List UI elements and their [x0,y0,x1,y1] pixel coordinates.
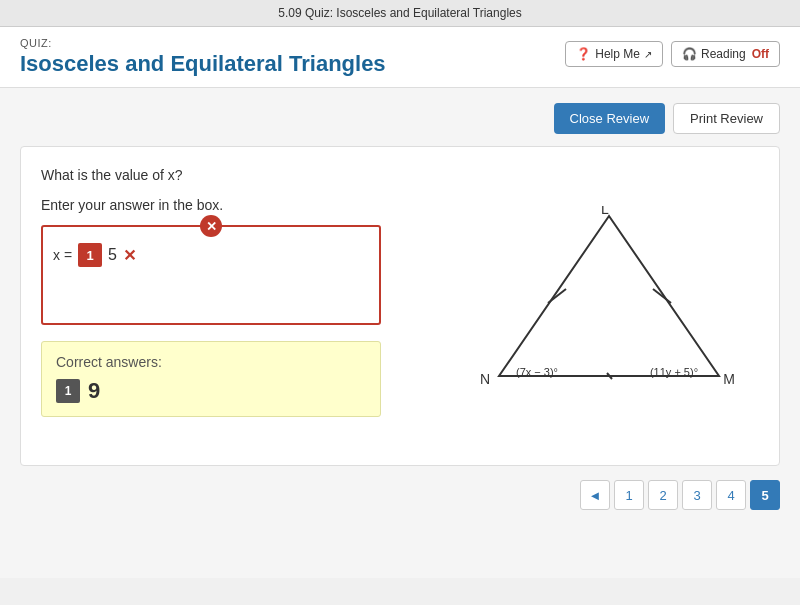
quiz-label: QUIZ: [20,37,386,49]
vertex-left-label: N [480,371,490,387]
quiz-card: What is the value of x? Enter your answe… [20,146,780,466]
main-content: Close Review Print Review What is the va… [0,88,800,578]
diagram-container: L N M (7x − 3)° (11y + 5)° [459,167,759,445]
page-header: QUIZ: Isosceles and Equilateral Triangle… [0,27,800,88]
page-2-button[interactable]: 2 [648,480,678,510]
answer-prompt: Enter your answer in the box. [41,197,439,213]
page-1-button[interactable]: 1 [614,480,644,510]
prev-page-button[interactable]: ◄ [580,480,610,510]
page-title: Isosceles and Equilateral Triangles [20,51,386,77]
answer-wrong-icon: ✕ [123,246,136,265]
page-3-button[interactable]: 3 [682,480,712,510]
reading-state: Off [752,47,769,61]
print-review-button[interactable]: Print Review [673,103,780,134]
correct-box-number: 1 [56,379,80,403]
action-row: Close Review Print Review [20,103,780,134]
reading-btn-label: Reading [701,47,746,61]
question-content: What is the value of x? [41,167,183,183]
svg-marker-0 [499,216,719,376]
correct-answer-value: 9 [88,378,100,404]
answer-input-container: ✕ x = 1 5 ✕ [41,225,381,325]
answer-value: 5 [108,246,117,264]
page-5-button[interactable]: 5 [750,480,780,510]
help-btn-label: Help Me [595,47,640,61]
tab-title: 5.09 Quiz: Isosceles and Equilateral Tri… [278,6,521,20]
pagination: ◄ 1 2 3 4 5 [20,480,780,510]
reading-button[interactable]: 🎧 Reading Off [671,41,780,67]
browser-tab-bar: 5.09 Quiz: Isosceles and Equilateral Tri… [0,0,800,27]
header-right: ❓ Help Me ↗ 🎧 Reading Off [565,37,780,67]
wrong-answer-badge: ✕ [200,215,222,237]
help-icon: ❓ [576,47,591,61]
right-angle-label: (11y + 5)° [650,366,698,378]
close-review-button[interactable]: Close Review [554,103,665,134]
correct-answers-section: Correct answers: 1 9 [41,341,381,417]
vertex-right-label: M [723,371,735,387]
page-4-button[interactable]: 4 [716,480,746,510]
correct-answers-row: 1 9 [56,378,366,404]
external-link-icon: ↗ [644,49,652,60]
left-angle-label: (7x − 3)° [516,366,558,378]
quiz-left: What is the value of x? Enter your answe… [41,167,439,445]
answer-box-number: 1 [78,243,102,267]
correct-answers-label: Correct answers: [56,354,366,370]
triangle-diagram: L N M (7x − 3)° (11y + 5)° [469,206,749,406]
svg-line-2 [653,289,671,303]
headphones-icon: 🎧 [682,47,697,61]
question-text: What is the value of x? [41,167,439,183]
answer-label: x = [53,247,72,263]
header-left: QUIZ: Isosceles and Equilateral Triangle… [20,37,386,77]
answer-row: x = 1 5 ✕ [53,243,369,267]
help-me-button[interactable]: ❓ Help Me ↗ [565,41,663,67]
vertex-top-label: L [601,206,609,217]
